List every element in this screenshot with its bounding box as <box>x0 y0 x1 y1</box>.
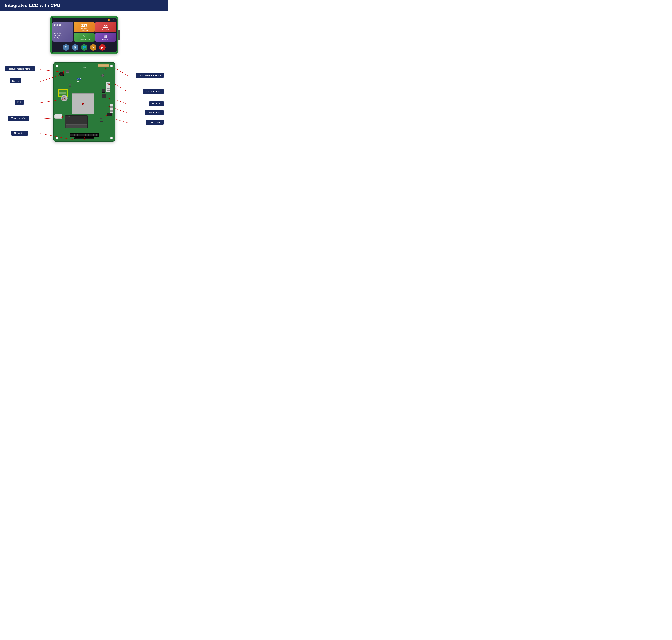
small-ic-1 <box>102 89 105 92</box>
screen-top-bar: 📶 12:30 <box>52 18 117 21</box>
label-sd-card: SD card interface <box>8 116 29 121</box>
mount-hole-bl <box>56 137 58 139</box>
widget-text-entry[interactable]: ⌨ Text entry <box>95 22 116 32</box>
globe-icon-circle[interactable]: 🌐 <box>81 44 87 50</box>
header-connector-right <box>106 82 110 92</box>
small-comp-1 <box>69 84 71 85</box>
svg-line-5 <box>115 68 128 76</box>
lcd-device: 📶 12:30 Beijing Light rainNorth wind 21°… <box>50 16 118 54</box>
dot-expand <box>106 115 107 116</box>
ribbon-connector-top <box>98 64 109 67</box>
pgt05-text: PGT05 interface <box>143 89 163 94</box>
svg-line-9 <box>115 119 128 123</box>
small-ic-2 <box>102 94 106 98</box>
dot-t5l <box>109 98 110 100</box>
t5l-asic-text: T5L ASIC <box>149 101 163 106</box>
small-comp-3 <box>100 118 102 119</box>
user-interface-text: User interface <box>145 110 163 115</box>
dot-reserved <box>63 71 64 72</box>
label-pgt05: PGT05 interface <box>143 89 163 94</box>
label-expand-flash: Expand Flash <box>145 120 164 125</box>
screw-tr <box>116 17 117 18</box>
qr-label: QR code <box>102 39 109 40</box>
logo-area: DWIN <box>79 65 89 70</box>
device-screen: 📶 12:30 Beijing Light rainNorth wind 21°… <box>52 18 117 52</box>
svg-line-8 <box>115 108 128 113</box>
dot-rtc <box>64 98 66 100</box>
user-interface-connector <box>110 104 113 113</box>
weather-city: Beijing <box>54 24 72 26</box>
rohs-marking: RoHS <box>77 78 81 80</box>
screw-tl <box>51 17 53 18</box>
buzzer-text: Buzzer <box>10 78 22 84</box>
brightness-icon-circle[interactable]: ☀ <box>90 44 97 50</box>
play-icon-circle[interactable]: ▶ <box>99 44 105 50</box>
touch-icon: ☞ <box>83 34 86 39</box>
label-lcm-backlight: LCM backlight interface <box>136 73 163 78</box>
grid-icon-circle[interactable]: ⊞ <box>72 44 78 50</box>
widget-icon-translation[interactable]: ☞ Icon translation <box>74 33 95 42</box>
screen-content: Beijing Light rainNorth wind 21°c 123 Ar… <box>52 21 117 43</box>
expand-flash-component <box>107 113 112 116</box>
rtc-text: RTC <box>15 100 24 104</box>
settings-icon-circle[interactable]: ⚙ <box>63 44 69 50</box>
svg-line-7 <box>115 100 128 104</box>
widget-qr-code[interactable]: ▦ QR code <box>95 33 116 42</box>
bottom-icons-row: ⚙ ⊞ 🌐 ☀ ▶ <box>52 43 117 52</box>
qr-icon: ▦ <box>104 34 107 39</box>
dot-sd <box>61 116 63 117</box>
reserved-module-text: Reserved module interface <box>5 66 35 71</box>
capacitor-large <box>101 74 104 77</box>
dot-pgt05 <box>109 84 110 85</box>
weather-temp: 21°c <box>54 37 72 40</box>
small-comp-4 <box>100 121 103 122</box>
label-tp-interface: TP interface <box>11 131 28 135</box>
pcb-board: DWIN RoHS CE <box>54 62 115 142</box>
ce-marking: CE <box>77 81 79 82</box>
weather-widget: Beijing Light rainNorth wind 21°c <box>53 22 73 42</box>
art-word-number: 123 <box>81 23 87 28</box>
lcd-section: 📶 12:30 Beijing Light rainNorth wind 21°… <box>0 11 168 57</box>
lcm-backlight-text: LCM backlight interface <box>136 73 163 78</box>
mount-hole-br <box>110 137 113 139</box>
label-t5l-asic: T5L ASIC <box>149 101 163 106</box>
small-comp-2 <box>69 86 71 87</box>
dot-user <box>109 106 110 107</box>
weather-desc: Light rainNorth wind <box>54 32 72 37</box>
pcb-section: DWIN RoHS CE <box>0 57 168 150</box>
widget-art-word[interactable]: 123 Art wordadjustment <box>74 22 95 32</box>
small-caps-area <box>66 70 69 73</box>
tp-interface-text: TP interface <box>11 131 28 135</box>
text-entry-label: Text entry <box>102 28 109 30</box>
mount-hole-tr <box>110 64 113 67</box>
rtc-battery <box>61 95 68 101</box>
label-rtc: RTC <box>15 100 24 104</box>
main-chip <box>72 93 94 114</box>
label-reserved-module: Reserved module interface <box>5 66 35 71</box>
wifi-icon: 📶 <box>108 19 110 21</box>
keyboard-icon: ⌨ <box>103 24 108 28</box>
sd-card-slot <box>55 114 62 119</box>
bottom-connector <box>70 133 99 137</box>
dot-lcm <box>105 68 106 70</box>
side-connector <box>118 30 120 40</box>
screw-bl <box>51 52 53 54</box>
page-header: Integrated LCD with CPU <box>0 0 168 11</box>
mount-hole-tl <box>56 64 58 67</box>
screw-br <box>116 52 117 54</box>
screen-time: 12:30 <box>111 19 115 21</box>
label-user-interface: User interface <box>145 110 163 115</box>
sd-card-text: SD card interface <box>8 116 29 121</box>
label-buzzer: Buzzer <box>10 78 22 84</box>
dot-tp <box>84 137 85 139</box>
expand-flash-text: Expand Flash <box>145 120 164 125</box>
page-title: Integrated LCD with CPU <box>5 3 60 8</box>
dot-buzzer <box>63 72 64 74</box>
svg-line-6 <box>115 84 128 92</box>
art-word-label: Art wordadjustment <box>80 28 88 31</box>
wireless-module: ESP32/WiFi <box>65 115 88 128</box>
icon-trans-label: Icon translation <box>79 39 90 40</box>
